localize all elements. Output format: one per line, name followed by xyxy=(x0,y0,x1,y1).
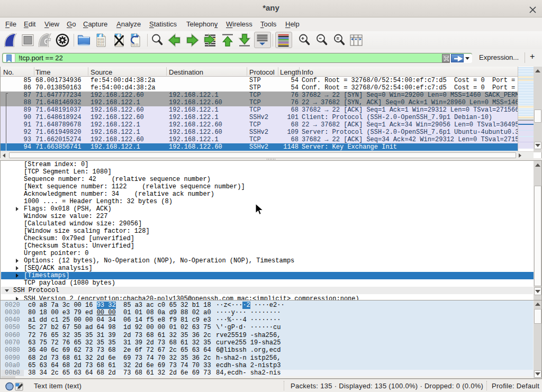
svg-text:0111: 0111 xyxy=(98,43,104,47)
